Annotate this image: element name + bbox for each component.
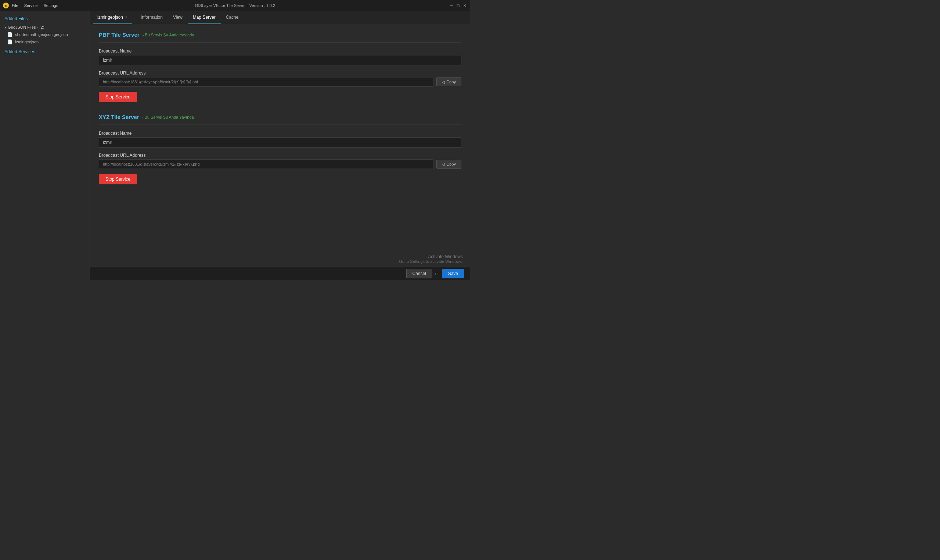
- app-logo: ●: [3, 3, 9, 8]
- tab-cache[interactable]: Cache: [221, 11, 244, 24]
- pbf-url-input[interactable]: [99, 77, 434, 87]
- pbf-divider: [99, 42, 462, 43]
- menu-service[interactable]: Service: [24, 3, 38, 8]
- cancel-button[interactable]: Cancel: [406, 269, 432, 278]
- pbf-section: PBF Tile Server - Bu Servis Şu Anda Yayı…: [99, 32, 462, 102]
- pbf-broadcast-url-label: Broadcast URL Address: [99, 71, 462, 75]
- added-services-title: Added Services: [0, 46, 90, 57]
- pbf-title-text: PBF Tile Server: [99, 32, 140, 38]
- geojson-group[interactable]: ▾ GeoJSON Files - (2): [0, 23, 90, 31]
- copy-arrow-icon: ◁: [442, 162, 445, 166]
- xyz-url-row: ◁ Copy: [99, 159, 462, 169]
- xyz-broadcast-name-label: Broadcast Name: [99, 131, 462, 136]
- or-label: or: [435, 271, 439, 276]
- pbf-stop-button[interactable]: Stop Service: [99, 92, 137, 102]
- pbf-broadcast-name-input[interactable]: [99, 55, 462, 65]
- pbf-copy-button[interactable]: ◁ Copy: [436, 77, 462, 86]
- xyz-section: XYZ Tile Server - Bu Servis Şu Anda Yayı…: [99, 114, 462, 185]
- tab-label: izmir.geojson: [97, 15, 123, 20]
- panel-content: PBF Tile Server - Bu Servis Şu Anda Yayı…: [90, 24, 470, 266]
- file-item-izmir[interactable]: 📄 izmir.geojson: [0, 38, 90, 46]
- main-layout: Added Files ▾ GeoJSON Files - (2) 📄 shor…: [0, 11, 470, 280]
- maximize-button[interactable]: □: [455, 3, 461, 8]
- added-files-title: Added Files: [0, 14, 90, 23]
- pbf-url-row: ◁ Copy: [99, 77, 462, 87]
- menu-file[interactable]: File: [12, 3, 18, 8]
- xyz-url-input[interactable]: [99, 159, 434, 169]
- pbf-title: PBF Tile Server - Bu Servis Şu Anda Yayı…: [99, 32, 462, 38]
- xyz-broadcast-url-label: Broadcast URL Address: [99, 153, 462, 158]
- tab-bar: izmir.geojson × Information View Map Ser…: [90, 11, 470, 24]
- pbf-copy-label: Copy: [446, 80, 456, 84]
- bottom-bar: Cancel or Save: [90, 266, 470, 280]
- titlebar-controls: ─ □ ✕: [449, 3, 467, 8]
- minimize-button[interactable]: ─: [449, 3, 454, 8]
- titlebar-left: ● File Service Settings: [3, 3, 58, 8]
- chevron-down-icon: ▾: [5, 25, 6, 29]
- tab-map-server[interactable]: Map Server: [188, 11, 221, 24]
- xyz-title: XYZ Tile Server - Bu Servis Şu Anda Yayı…: [99, 114, 462, 120]
- xyz-status: - Bu Servis Şu Anda Yayında: [142, 115, 194, 119]
- file-icon: 📄: [7, 32, 13, 37]
- titlebar: ● File Service Settings GISLayer VEctor …: [0, 0, 470, 11]
- file-icon: 📄: [7, 39, 13, 45]
- file-item-shortestpath[interactable]: 📄 shortestpath.geojson.geojson: [0, 31, 90, 38]
- sidebar: Added Files ▾ GeoJSON Files - (2) 📄 shor…: [0, 11, 90, 280]
- xyz-copy-label: Copy: [446, 162, 456, 166]
- tab-information[interactable]: Information: [135, 11, 168, 24]
- menu-settings[interactable]: Settings: [43, 3, 58, 8]
- content-area: izmir.geojson × Information View Map Ser…: [90, 11, 470, 280]
- xyz-stop-button[interactable]: Stop Service: [99, 174, 137, 185]
- file-name-shortestpath: shortestpath.geojson.geojson: [15, 32, 68, 37]
- geojson-group-label: GeoJSON Files - (2): [8, 25, 45, 29]
- tab-view[interactable]: View: [168, 11, 188, 24]
- titlebar-menu: File Service Settings: [12, 3, 58, 8]
- save-button[interactable]: Save: [442, 269, 464, 278]
- xyz-divider: [99, 125, 462, 125]
- close-button[interactable]: ✕: [462, 3, 467, 8]
- pbf-status: - Bu Servis Şu Anda Yayında: [143, 33, 194, 37]
- file-name-izmir: izmir.geojson: [15, 40, 38, 44]
- pbf-broadcast-name-label: Broadcast Name: [99, 48, 462, 54]
- titlebar-title: GISLayer VEctor Tile Server - Version : …: [195, 3, 275, 8]
- tab-izmir-geojson[interactable]: izmir.geojson ×: [93, 11, 132, 24]
- xyz-title-text: XYZ Tile Server: [99, 114, 139, 120]
- tab-close-icon[interactable]: ×: [125, 15, 128, 19]
- xyz-copy-button[interactable]: ◁ Copy: [436, 160, 462, 169]
- xyz-broadcast-name-input[interactable]: [99, 137, 462, 148]
- nav-tabs: Information View Map Server Cache: [135, 11, 244, 24]
- copy-arrow-icon: ◁: [442, 80, 445, 84]
